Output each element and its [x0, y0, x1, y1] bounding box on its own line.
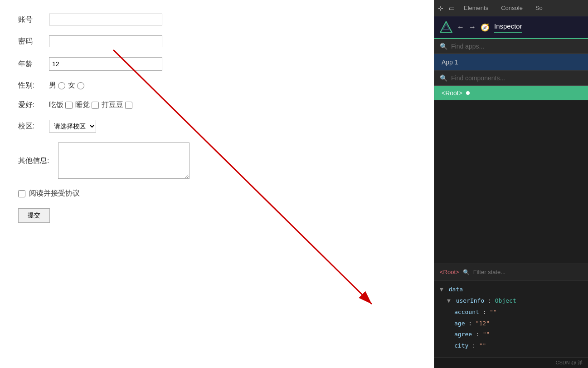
agree-row: 阅读并接受协议 [18, 189, 416, 198]
root-component-label: <Root> [442, 89, 462, 97]
vue-logo-icon [440, 21, 452, 34]
inspector-tab[interactable]: Inspector [494, 22, 522, 33]
gender-female-label[interactable]: 女 [68, 81, 84, 90]
cursor-icon[interactable]: ⊹ [438, 5, 443, 12]
back-button[interactable]: ← [457, 23, 464, 31]
userinfo-type: Object [495, 297, 516, 304]
district-label: 校区: [18, 122, 45, 131]
form-panel: 账号 密码 年龄 性别: 男 女 爱好: 吃饭 [0, 0, 434, 368]
compass-icon: 🧭 [481, 23, 490, 32]
other-info-textarea[interactable] [58, 142, 190, 179]
gender-male-label[interactable]: 男 [49, 81, 65, 90]
devtools-panel: ⊹ ▭ Elements Console So ← → 🧭 Inspector … [434, 0, 588, 368]
filter-icon: 🔍 [463, 269, 470, 275]
age-state-line: age : "12" [440, 319, 583, 329]
hobby-label: 爱好: [18, 100, 45, 110]
hobby3-label[interactable]: 打豆豆 [102, 100, 132, 110]
district-row: 校区: 请选择校区 [18, 120, 416, 132]
city-state-key: city [454, 342, 468, 349]
account-state-key: account [454, 309, 479, 315]
account-input[interactable] [49, 14, 162, 25]
password-row: 密码 [18, 35, 416, 47]
tab-elements[interactable]: Elements [460, 3, 492, 13]
app1-label: App 1 [442, 59, 458, 66]
find-apps-input[interactable] [451, 43, 583, 50]
forward-button[interactable]: → [469, 23, 476, 31]
account-state-val: "" [490, 309, 497, 315]
state-content: ▼ data ▼ userInfo : Object account : "" … [434, 280, 588, 357]
account-row: 账号 [18, 14, 416, 25]
age-label: 年龄 [18, 59, 45, 69]
userinfo-key: userInfo [456, 297, 485, 304]
state-panel: <Root> 🔍 ▼ data ▼ userInfo : Object acco… [434, 264, 588, 357]
agree-label: 阅读并接受协议 [29, 189, 80, 198]
gender-radio-group: 男 女 [49, 81, 84, 90]
root-component-item[interactable]: <Root> [434, 86, 588, 100]
tab-console[interactable]: Console [497, 3, 526, 13]
password-input[interactable] [49, 35, 162, 47]
age-state-key: age [454, 320, 465, 327]
state-root-label: <Root> [440, 269, 459, 275]
gender-male-radio[interactable] [58, 82, 65, 89]
agree-state-val: "" [483, 331, 490, 338]
age-state-val: "12" [476, 320, 490, 327]
devtools-topbar: ⊹ ▭ Elements Console So [434, 0, 588, 16]
other-info-row: 其他信息: [18, 142, 416, 179]
hobby1-label[interactable]: 吃饭 [49, 100, 73, 110]
find-components-bar: 🔍 [434, 71, 588, 86]
hobby3-checkbox[interactable] [125, 102, 132, 109]
agree-state-line: agree : "" [440, 330, 583, 339]
age-row: 年龄 [18, 57, 416, 71]
search-components-icon: 🔍 [440, 74, 447, 82]
device-icon[interactable]: ▭ [449, 5, 455, 12]
app1-item[interactable]: App 1 [434, 54, 588, 71]
data-triangle: ▼ [440, 286, 443, 293]
hobby2-checkbox[interactable] [92, 102, 99, 109]
age-input[interactable] [49, 57, 162, 71]
other-label: 其他信息: [18, 156, 54, 166]
agree-state-key: agree [454, 331, 472, 338]
vue-devtools-header: ← → 🧭 Inspector [434, 16, 588, 39]
submit-row: 提交 [18, 208, 416, 223]
watermark: CSDN @ 洋 [556, 359, 583, 366]
tab-sources[interactable]: So [532, 3, 546, 13]
gender-female-radio[interactable] [77, 82, 84, 89]
data-key: data [449, 286, 463, 293]
filter-state-input[interactable] [473, 269, 549, 275]
search-apps-icon: 🔍 [440, 43, 447, 50]
account-label: 账号 [18, 15, 45, 25]
userinfo-triangle: ▼ [447, 297, 451, 304]
component-tree-area [434, 100, 588, 264]
find-apps-bar: 🔍 [434, 39, 588, 54]
account-state-line: account : "" [440, 308, 583, 317]
district-select[interactable]: 请选择校区 [49, 120, 96, 132]
inspector-label: Inspector [494, 22, 522, 30]
data-line: ▼ data [440, 285, 583, 294]
hobby-checkbox-group: 吃饭 睡觉 打豆豆 [49, 100, 132, 110]
submit-button[interactable]: 提交 [18, 208, 50, 223]
hobby1-checkbox[interactable] [65, 102, 73, 109]
gender-row: 性别: 男 女 [18, 81, 416, 90]
city-state-val: "" [479, 342, 486, 349]
bottom-bar: CSDN @ 洋 [434, 357, 588, 368]
password-label: 密码 [18, 37, 45, 46]
hobby2-label[interactable]: 睡觉 [75, 100, 99, 110]
state-header: <Root> 🔍 [434, 264, 588, 280]
hobby-row: 爱好: 吃饭 睡觉 打豆豆 [18, 100, 416, 110]
agree-checkbox[interactable] [18, 190, 25, 197]
root-active-dot [466, 91, 470, 95]
userinfo-line: ▼ userInfo : Object [440, 296, 583, 306]
find-components-input[interactable] [451, 74, 583, 82]
city-state-line: city : "" [440, 341, 583, 351]
gender-label: 性别: [18, 81, 45, 90]
